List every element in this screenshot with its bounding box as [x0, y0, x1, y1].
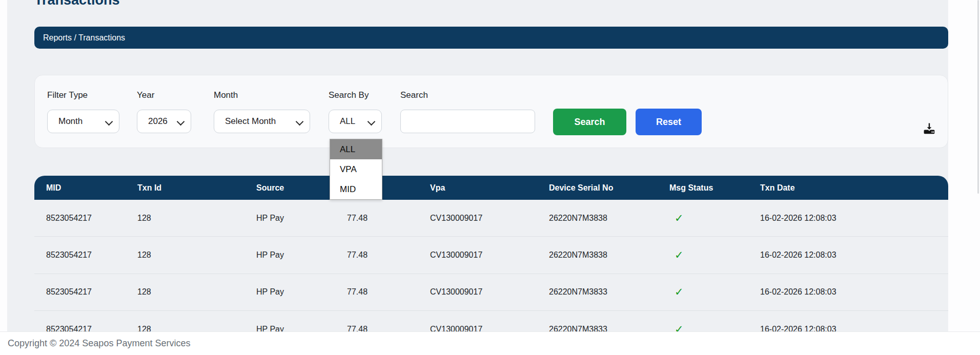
copyright-text: Copyright © 2024 Seapos Payment Services	[0, 338, 190, 349]
chevron-down-icon	[368, 118, 376, 126]
chevron-down-icon	[296, 118, 304, 126]
cell-txn_date: 16-02-2026 12:08:03	[760, 214, 948, 223]
search-input[interactable]	[400, 110, 535, 133]
chevron-down-icon	[177, 118, 185, 126]
year-label: Year	[137, 90, 154, 100]
month-label: Month	[214, 90, 238, 100]
cell-txn_id: 128	[137, 287, 256, 297]
cell-vpa: CV130009017	[430, 287, 549, 297]
month-value: Select Month	[225, 116, 276, 127]
cell-txn_date: 16-02-2026 12:08:03	[760, 250, 948, 260]
cell-source: HP Pay	[256, 214, 347, 223]
breadcrumb: Reports / Transactions	[34, 27, 948, 49]
success-check-icon: ✓	[669, 286, 760, 298]
search-by-label: Search By	[329, 90, 369, 100]
cell-source: HP Pay	[256, 250, 347, 260]
column-header-vpa: Vpa	[430, 183, 549, 193]
dropdown-option-all[interactable]: ALL	[330, 139, 382, 159]
cell-amount: 77.48	[347, 214, 430, 223]
chevron-down-icon	[105, 118, 113, 126]
filter-type-label: Filter Type	[47, 90, 88, 100]
cell-mid: 8523054217	[46, 287, 137, 297]
column-header-mid: MID	[46, 183, 137, 193]
cell-device_serial_no: 26220N7M3838	[549, 214, 669, 223]
search-by-value: ALL	[340, 116, 355, 127]
success-check-icon: ✓	[669, 212, 760, 224]
filter-type-select[interactable]: Month	[47, 110, 119, 133]
year-select[interactable]: 2026	[137, 110, 191, 133]
cell-device_serial_no: 26220N7M3833	[549, 287, 669, 297]
column-header-txn_date: Txn Date	[760, 183, 948, 193]
cell-device_serial_no: 26220N7M3838	[549, 250, 669, 260]
download-icon[interactable]	[921, 120, 937, 137]
page-title: Transactions	[34, 0, 120, 8]
cell-vpa: CV130009017	[430, 250, 549, 260]
filter-type-value: Month	[58, 116, 83, 127]
table-row: 8523054217128HP Pay77.48CV13000901726220…	[34, 237, 948, 274]
breadcrumb-text: Reports / Transactions	[43, 33, 125, 43]
cell-txn_id: 128	[137, 250, 256, 260]
cell-txn_id: 128	[137, 214, 256, 223]
table-row: 8523054217128HP Pay77.48CV13000901726220…	[34, 200, 948, 237]
cell-mid: 8523054217	[46, 214, 137, 223]
cell-source: HP Pay	[256, 287, 347, 297]
column-header-txn_id: Txn Id	[137, 183, 256, 193]
column-header-msg_status: Msg Status	[669, 183, 760, 193]
cell-amount: 77.48	[347, 250, 430, 260]
year-value: 2026	[148, 116, 168, 127]
table-header: MIDTxn IdSourceAmountVpaDevice Serial No…	[34, 176, 948, 200]
footer: Copyright © 2024 Seapos Payment Services	[0, 331, 980, 355]
search-by-select[interactable]: ALL	[329, 110, 382, 133]
search-label: Search	[400, 90, 428, 100]
cell-mid: 8523054217	[46, 250, 137, 260]
cell-amount: 77.48	[347, 287, 430, 297]
table-body: 8523054217128HP Pay77.48CV13000901726220…	[34, 200, 948, 348]
cell-vpa: CV130009017	[430, 214, 549, 223]
column-header-device_serial_no: Device Serial No	[549, 183, 669, 193]
cell-txn_date: 16-02-2026 12:08:03	[760, 287, 948, 297]
filter-panel: Filter Type Year Month Search By Search …	[34, 75, 948, 148]
search-button[interactable]: Search	[553, 109, 626, 135]
dropdown-option-vpa[interactable]: VPA	[330, 159, 382, 179]
search-by-options-popup: ALLVPAMID	[330, 139, 382, 200]
transactions-page: Transactions Reports / Transactions Filt…	[0, 0, 980, 355]
table-row: 8523054217128HP Pay77.48CV13000901726220…	[34, 274, 948, 311]
month-select[interactable]: Select Month	[214, 110, 310, 133]
success-check-icon: ✓	[669, 249, 760, 261]
dropdown-option-mid[interactable]: MID	[330, 179, 382, 199]
scrollbar[interactable]	[977, 0, 979, 194]
reset-button[interactable]: Reset	[636, 109, 702, 135]
